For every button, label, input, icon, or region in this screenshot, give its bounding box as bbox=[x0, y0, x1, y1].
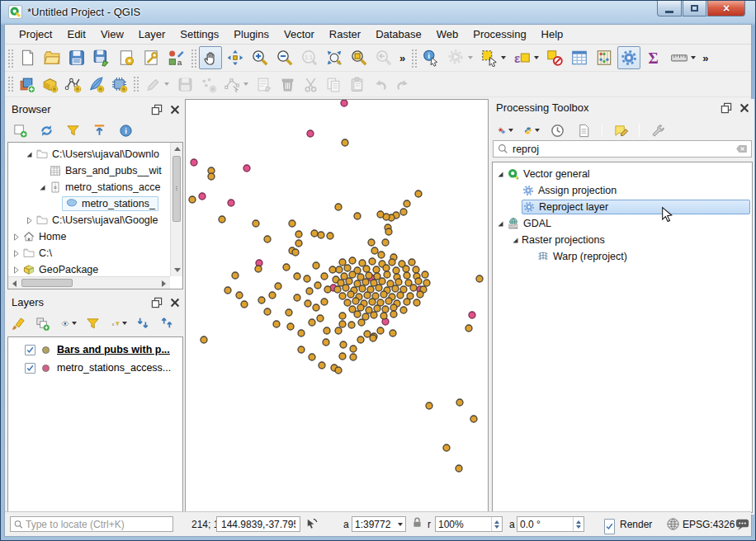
statistics-button[interactable] bbox=[593, 46, 616, 69]
expander-open-icon[interactable] bbox=[38, 183, 47, 192]
expander-open-icon[interactable] bbox=[25, 150, 34, 159]
menu-layer[interactable]: Layer bbox=[131, 26, 173, 43]
toolbox-search-input[interactable] bbox=[509, 143, 735, 155]
vertex-tool-button[interactable] bbox=[220, 73, 252, 95]
map-canvas[interactable] bbox=[185, 99, 489, 515]
locate-bar[interactable] bbox=[10, 516, 173, 532]
collapse-all-button[interactable] bbox=[158, 313, 176, 333]
zoom-native-button[interactable]: 1:1 bbox=[298, 46, 321, 69]
save-as-button[interactable] bbox=[90, 46, 113, 69]
folder-open-button[interactable] bbox=[40, 46, 64, 69]
select-rectangle-button[interactable] bbox=[477, 46, 508, 69]
expander-closed-icon[interactable] bbox=[25, 216, 34, 225]
menu-view[interactable]: View bbox=[93, 26, 131, 43]
toolbar-handle[interactable] bbox=[410, 48, 417, 68]
menu-edit[interactable]: Edit bbox=[59, 26, 92, 43]
tree-item-metro-stations-acce[interactable]: metro_stations_acce bbox=[8, 179, 170, 195]
menu-database[interactable]: Database bbox=[368, 26, 429, 43]
modify-attributes-button[interactable] bbox=[253, 73, 275, 95]
tree-item-bars-and-pubs-wit[interactable]: Bars_and_pubs__wit bbox=[8, 162, 170, 179]
layer-item-metro-stations[interactable]: metro_stations_access... bbox=[8, 359, 182, 377]
coordinate-input[interactable] bbox=[220, 518, 297, 531]
rotation-spinbox[interactable]: 0.0 ° bbox=[517, 516, 584, 532]
expander-open-icon[interactable] bbox=[496, 219, 505, 228]
layer-visibility-checkbox[interactable] bbox=[25, 363, 35, 374]
scale-combobox[interactable]: 1:39772 bbox=[352, 516, 406, 532]
close-panel-icon[interactable] bbox=[168, 296, 182, 309]
toggle-editing-button[interactable] bbox=[141, 73, 172, 95]
refresh-button[interactable] bbox=[36, 120, 56, 140]
minimize-button[interactable] bbox=[657, 1, 682, 16]
identify-button[interactable]: i bbox=[419, 46, 442, 69]
zoom-selection-button[interactable] bbox=[347, 46, 371, 69]
menu-processing[interactable]: Processing bbox=[465, 26, 533, 43]
coordinate-box[interactable] bbox=[216, 516, 300, 532]
pan-hand-button[interactable] bbox=[199, 46, 222, 69]
expander-open-icon[interactable] bbox=[496, 170, 505, 179]
collapse-tree-button[interactable] bbox=[89, 120, 109, 140]
zoom-out-button[interactable] bbox=[273, 46, 296, 69]
tree-item-raster-projections[interactable]: Raster projections bbox=[493, 232, 752, 248]
close-panel-icon[interactable] bbox=[738, 101, 751, 115]
options-wrench-button[interactable] bbox=[648, 120, 668, 140]
crs-value[interactable]: EPSG:4326 bbox=[683, 516, 735, 532]
undo-button[interactable] bbox=[369, 73, 390, 95]
menu-help[interactable]: Help bbox=[534, 26, 571, 43]
edit-in-place-button[interactable] bbox=[611, 120, 631, 140]
float-panel-icon[interactable] bbox=[150, 103, 163, 116]
extents-tracking-icon[interactable] bbox=[304, 516, 319, 532]
deselect-button[interactable] bbox=[543, 46, 566, 69]
cut-button[interactable] bbox=[300, 73, 321, 95]
expand-all-button[interactable] bbox=[135, 313, 152, 333]
styling-panel-button[interactable] bbox=[10, 313, 27, 333]
attribute-table-button[interactable] bbox=[568, 46, 591, 69]
history-button[interactable] bbox=[547, 120, 567, 140]
lock-scale-icon[interactable] bbox=[411, 516, 423, 529]
toolbar-handle[interactable] bbox=[7, 75, 13, 93]
properties-info-button[interactable]: i bbox=[116, 120, 135, 140]
magnifier-spinbox[interactable]: 100% bbox=[435, 516, 503, 532]
expander-open-icon[interactable] bbox=[511, 236, 520, 245]
filter-expression-button[interactable]: ε bbox=[108, 313, 128, 333]
toolbar-handle[interactable] bbox=[7, 48, 13, 68]
sum-statistics-button[interactable]: Σ bbox=[642, 46, 665, 69]
titlebar[interactable]: *Untitled Project - QGIS × bbox=[1, 1, 755, 24]
close-panel-icon[interactable] bbox=[168, 103, 182, 116]
models-button[interactable] bbox=[494, 120, 514, 140]
new-geopackage-button[interactable] bbox=[39, 73, 60, 95]
zoom-in-button[interactable] bbox=[248, 46, 272, 69]
copy-button[interactable] bbox=[323, 73, 344, 95]
browser-vertical-scrollbar[interactable] bbox=[170, 143, 182, 276]
tree-item-geopackage[interactable]: GeoPackage bbox=[8, 261, 170, 278]
pan-selection-button[interactable] bbox=[224, 46, 247, 69]
maximize-button[interactable] bbox=[683, 1, 706, 16]
layer-visibility-checkbox[interactable] bbox=[25, 345, 35, 355]
menu-web[interactable]: Web bbox=[429, 26, 466, 43]
feature-action-button[interactable] bbox=[444, 46, 475, 69]
float-panel-icon[interactable] bbox=[150, 296, 163, 309]
toolbar-overflow-icon[interactable]: » bbox=[396, 52, 409, 64]
python-button[interactable] bbox=[521, 120, 541, 140]
menu-raster[interactable]: Raster bbox=[322, 26, 368, 43]
expander-closed-icon[interactable] bbox=[12, 266, 21, 275]
tree-item-c[interactable]: C:\ bbox=[8, 245, 170, 261]
tree-item-warp-reproject[interactable]: Warp (reproject) bbox=[493, 248, 752, 265]
tree-item-home[interactable]: Home bbox=[8, 228, 170, 245]
new-shapefile-button[interactable] bbox=[62, 73, 83, 95]
filter-funnel-button[interactable] bbox=[84, 313, 102, 333]
manage-themes-button[interactable] bbox=[58, 313, 78, 333]
spinner-arrows-icon[interactable] bbox=[573, 517, 584, 531]
tree-item-vector-general[interactable]: Vector general bbox=[493, 166, 752, 182]
locate-input[interactable] bbox=[24, 518, 170, 531]
new-memory-layer-button[interactable] bbox=[108, 73, 130, 95]
results-viewer-button[interactable] bbox=[574, 120, 593, 140]
menu-plugins[interactable]: Plugins bbox=[226, 26, 276, 43]
measure-button[interactable] bbox=[667, 46, 698, 69]
toolbar-handle[interactable] bbox=[132, 75, 139, 93]
new-spatialite-button[interactable] bbox=[85, 73, 106, 95]
add-feature-button[interactable] bbox=[197, 73, 219, 95]
save-edits-button[interactable] bbox=[174, 73, 196, 95]
paste-button[interactable] bbox=[346, 73, 367, 95]
clear-search-icon[interactable] bbox=[735, 143, 748, 155]
style-manager-button[interactable]: a bbox=[164, 46, 187, 69]
